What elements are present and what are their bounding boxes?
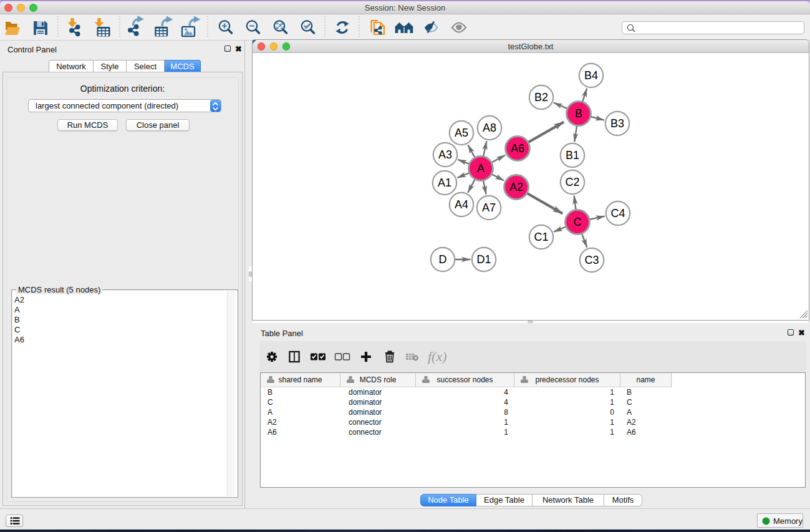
svg-text:C1: C1 — [534, 231, 548, 243]
svg-text:f(x): f(x) — [428, 349, 447, 364]
svg-text:B3: B3 — [610, 117, 624, 130]
svg-text:A2: A2 — [509, 181, 523, 193]
svg-text:B2: B2 — [534, 91, 548, 104]
svg-text:A7: A7 — [482, 201, 496, 214]
svg-text:C4: C4 — [610, 207, 625, 220]
svg-text:A: A — [477, 162, 485, 175]
svg-text:A8: A8 — [483, 122, 496, 134]
svg-text:C2: C2 — [565, 176, 579, 188]
svg-text:B: B — [575, 107, 582, 120]
svg-text:A3: A3 — [438, 148, 452, 161]
svg-text:D1: D1 — [476, 253, 491, 266]
svg-text:A4: A4 — [455, 198, 468, 211]
svg-text:C3: C3 — [584, 254, 599, 266]
svg-text:B1: B1 — [566, 149, 579, 162]
svg-text:C: C — [574, 216, 582, 228]
svg-text:A5: A5 — [455, 127, 468, 139]
svg-text:A6: A6 — [511, 142, 524, 155]
svg-text:A1: A1 — [438, 177, 451, 189]
svg-text:B4: B4 — [584, 69, 598, 82]
svg-text:D: D — [439, 253, 447, 266]
